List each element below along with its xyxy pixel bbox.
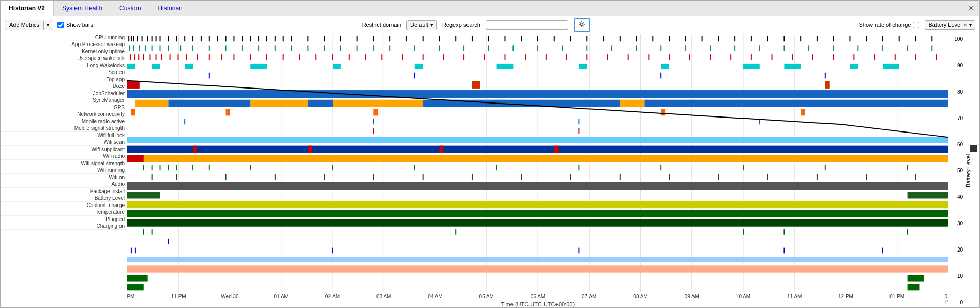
battery-level-tag: Battery Level × ▾ [925, 20, 975, 30]
svg-rect-125 [138, 54, 139, 60]
svg-rect-85 [160, 45, 161, 51]
main-window: Historian V2 System Health Custom Histor… [0, 0, 980, 308]
svg-rect-226 [192, 165, 193, 171]
svg-rect-84 [152, 45, 153, 51]
svg-rect-249 [718, 174, 719, 180]
svg-rect-173 [127, 64, 135, 69]
svg-rect-51 [472, 36, 473, 42]
svg-rect-60 [620, 36, 621, 42]
svg-rect-96 [324, 45, 325, 51]
y-axis-tick: 30 [949, 221, 963, 226]
svg-rect-123 [130, 54, 131, 60]
right-axis: 1009080706050403020100 Battery Level [948, 34, 979, 307]
svg-rect-22 [152, 36, 153, 42]
show-bars-toggle[interactable]: Show bars [57, 22, 93, 28]
svg-rect-94 [291, 45, 292, 51]
time-tick-08AM: 08 AM [633, 294, 647, 299]
svg-rect-157 [628, 54, 629, 60]
svg-rect-82 [139, 45, 140, 51]
svg-rect-164 [772, 54, 773, 60]
svg-rect-227 [209, 165, 210, 171]
svg-rect-33 [233, 36, 234, 42]
svg-rect-197 [620, 100, 645, 107]
battery-tag-close[interactable]: × [964, 22, 967, 28]
tab-historian-v2[interactable]: Historian V2 [1, 1, 54, 16]
svg-rect-137 [250, 54, 251, 60]
svg-rect-37 [266, 36, 267, 42]
svg-rect-135 [221, 54, 222, 60]
main-content: CPU runningApp Processor wakeupKernel on… [1, 34, 979, 307]
tab-system-health[interactable]: System Health [54, 1, 111, 16]
svg-rect-139 [283, 54, 284, 60]
svg-rect-92 [258, 45, 259, 51]
add-metrics-button[interactable]: Add Metrics ▾ [5, 20, 52, 30]
svg-rect-270 [578, 248, 579, 254]
svg-rect-163 [751, 54, 752, 60]
svg-rect-256 [908, 192, 948, 198]
svg-rect-97 [340, 45, 341, 51]
svg-rect-57 [570, 36, 571, 42]
svg-rect-76 [882, 36, 883, 42]
svg-rect-172 [936, 54, 937, 60]
svg-rect-215 [193, 146, 197, 153]
svg-rect-68 [751, 36, 752, 42]
svg-rect-168 [853, 54, 854, 60]
svg-rect-145 [381, 54, 382, 60]
svg-rect-241 [324, 174, 325, 180]
svg-rect-80 [129, 45, 130, 51]
metric-labels: CPU runningApp Processor wakeupKernel on… [1, 34, 127, 230]
close-button[interactable]: × [962, 1, 979, 16]
svg-rect-25 [168, 36, 169, 42]
metric-label-8: JobScheduler [1, 90, 127, 97]
svg-rect-234 [743, 165, 744, 171]
metric-label-24: Coulomb charge [1, 202, 127, 209]
svg-rect-182 [743, 64, 760, 69]
metric-label-5: Screen [1, 69, 127, 77]
svg-rect-184 [850, 64, 858, 69]
svg-rect-106 [537, 45, 538, 51]
svg-rect-193 [127, 90, 948, 98]
svg-rect-65 [702, 36, 703, 42]
domain-select[interactable]: Default ▾ [406, 20, 437, 30]
svg-rect-220 [127, 155, 144, 162]
tab-historian[interactable]: Historian [149, 1, 191, 16]
x-axis-label: Time (UTC UTC UTC+00:00) [127, 301, 948, 307]
y-axis-tick: 0 [949, 300, 963, 305]
battery-level-side-label: Battery Level [964, 34, 972, 307]
svg-rect-171 [915, 54, 916, 60]
svg-rect-254 [127, 182, 948, 190]
svg-rect-98 [357, 45, 358, 51]
svg-rect-194 [135, 100, 169, 107]
svg-rect-99 [373, 45, 374, 51]
svg-rect-244 [472, 174, 473, 180]
svg-rect-114 [734, 45, 735, 51]
svg-rect-265 [907, 229, 908, 235]
svg-rect-89 [209, 45, 210, 51]
metric-label-22: Package install [1, 188, 127, 195]
svg-rect-229 [332, 165, 333, 171]
regexp-search-input[interactable] [486, 20, 568, 30]
svg-rect-175 [185, 64, 193, 69]
settings-button[interactable] [574, 18, 590, 32]
svg-rect-24 [160, 36, 161, 42]
svg-rect-198 [168, 100, 250, 107]
svg-rect-273 [127, 257, 948, 262]
svg-rect-109 [611, 45, 612, 51]
svg-rect-207 [184, 119, 185, 125]
svg-rect-176 [250, 64, 267, 69]
svg-rect-180 [579, 64, 587, 69]
chart-canvas [127, 34, 948, 292]
svg-rect-170 [895, 54, 896, 60]
tab-custom[interactable]: Custom [111, 1, 149, 16]
svg-rect-62 [652, 36, 653, 42]
svg-rect-225 [176, 165, 177, 171]
svg-rect-119 [857, 45, 858, 51]
time-tick-01PM: 01 PM [889, 294, 904, 299]
svg-rect-246 [570, 174, 571, 180]
svg-rect-77 [899, 36, 900, 42]
svg-rect-124 [134, 54, 135, 60]
metric-label-18: Wifi signal strength [1, 160, 127, 167]
svg-rect-40 [291, 36, 292, 42]
svg-rect-58 [586, 36, 587, 42]
show-rate-toggle[interactable]: Show rate of change [858, 22, 919, 28]
